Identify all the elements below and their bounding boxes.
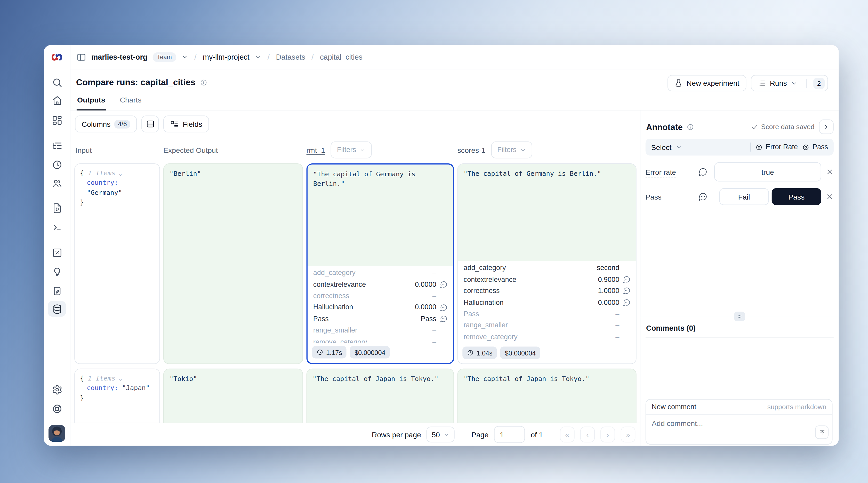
first-page-button[interactable]: « [560,427,575,443]
tab-outputs[interactable]: Outputs [76,96,106,111]
comment-bubble-icon[interactable] [623,287,630,295]
score-select-dropdown[interactable]: Select [651,143,682,151]
clear-score-x-icon[interactable] [826,193,834,201]
columns-button[interactable]: Columns 4/6 [75,116,137,132]
datasets-database-icon[interactable] [48,301,66,317]
input-cell[interactable]: { 1 Items ⌄ country: "Germany" } [74,163,160,364]
run1-output-cell-selected[interactable]: "The capital of Germany is Berlin." add_… [307,163,454,364]
langfuse-logo [48,49,66,65]
breadcrumb-project[interactable]: my-llm-project [203,53,249,61]
fail-button[interactable]: Fail [719,188,769,205]
new-experiment-button[interactable]: New experiment [667,75,746,91]
comment-bubble-icon[interactable] [440,315,447,323]
prompts-file-icon[interactable] [48,200,66,216]
run2-filters-button[interactable]: Filters [491,142,532,158]
page-title-text: Compare runs: capital_cities [76,77,195,87]
users-icon[interactable] [48,175,66,191]
annotation-queues-icon[interactable] [48,283,66,299]
dashboards-icon[interactable] [48,112,66,128]
comment-bubble-icon[interactable] [623,299,630,306]
expected-output-cell[interactable]: "Tokio" [163,369,303,423]
next-page-button[interactable]: › [600,427,615,443]
json-brace: } [80,394,84,402]
runs-button[interactable]: Runs 2 [751,75,828,91]
lightbulb-icon[interactable] [48,264,66,279]
run2-output-text: "The capital of Germany is Berlin." [458,164,636,261]
expected-output-text: "Berlin" [164,164,302,363]
info-icon[interactable] [200,79,207,86]
tab-charts[interactable]: Charts [119,96,142,111]
submit-comment-button[interactable] [815,425,829,439]
json-items-count[interactable]: 1 Items [88,374,115,382]
pass-button[interactable]: Pass [772,188,821,205]
comment-bubble-icon[interactable] [699,192,708,201]
breadcrumb-separator: / [268,52,270,61]
comment-input[interactable] [646,415,832,443]
pagination-bar: Rows per page 50 Page of 1 « ‹ › » [70,423,640,446]
runs-chevron-down-icon [791,80,798,87]
run2-output-cell[interactable]: "The capital of Germany is Berlin." add_… [458,163,637,364]
filters-label: Filters [337,146,356,154]
error-rate-label: Error rate [646,168,676,178]
score-row: add_categorysecond [458,262,636,274]
sessions-clock-icon[interactable] [48,157,66,173]
rows-per-page-select[interactable]: 50 [427,427,455,443]
previous-page-button[interactable]: ‹ [580,427,595,443]
run2-output-cell[interactable]: "The capital of Japan is Tokyo." [458,369,637,423]
runs-count-badge: 2 [813,78,825,89]
org-chevron-down-icon[interactable] [181,54,188,60]
cost-badge[interactable]: $0.000004 [350,346,390,358]
column-header-run2[interactable]: scores-1 [458,146,486,154]
support-lifebuoy-icon[interactable] [48,401,66,416]
settings-gear-icon[interactable] [48,382,66,397]
row-height-button[interactable] [142,116,159,132]
user-avatar[interactable] [49,425,65,442]
divider [750,143,751,152]
column-header-run1[interactable]: rmt_1 [307,146,326,154]
table-header-row: Input Expected Output rmt_1 Filters scor… [74,141,637,159]
pass-label: Pass [646,192,661,201]
table-toolbar: Columns 4/6 Fields [75,116,209,132]
page-title: Compare runs: capital_cities [76,77,207,87]
comment-bubble-icon[interactable] [699,167,708,176]
sidebar-toggle-icon[interactable] [76,52,86,62]
search-icon[interactable] [48,74,66,90]
comments-title: Comments (0) [646,324,695,332]
breadcrumb-org[interactable]: marlies-test-org [91,53,148,61]
columns-count-badge: 4/6 [115,120,130,128]
expected-output-cell[interactable]: "Berlin" [163,163,303,364]
fields-button[interactable]: Fields [163,116,209,132]
home-icon[interactable] [48,92,66,108]
input-cell[interactable]: { 1 Items ⌄ country: "Japan" } [74,369,160,423]
info-icon[interactable] [687,123,694,130]
chip-error-rate[interactable]: Error Rate [755,143,798,151]
run1-filters-button[interactable]: Filters [331,142,372,158]
latency-badge[interactable]: 1.04s [462,347,497,359]
tracing-icon[interactable] [48,138,66,153]
comment-bubble-icon[interactable] [440,304,447,311]
save-status: Score data saved [751,123,814,131]
chip-pass[interactable]: Pass [802,143,828,151]
breadcrumb-current[interactable]: capital_cities [320,53,363,61]
collapse-panel-button[interactable] [819,120,834,134]
breadcrumb-datasets[interactable]: Datasets [276,53,306,61]
evaluators-icon[interactable] [48,244,66,260]
last-page-button[interactable]: » [621,427,636,443]
comment-bubble-icon[interactable] [623,276,630,283]
json-items-count[interactable]: 1 Items [88,169,115,177]
column-header-input: Input [74,146,160,154]
run1-output-cell[interactable]: "The capital of Japan is Tokyo." [307,369,454,423]
page-number-input[interactable] [494,426,525,443]
project-chevron-down-icon[interactable] [255,54,261,60]
annotate-header: Annotate Score data saved [646,118,834,135]
latency-badge[interactable]: 1.17s [312,346,346,358]
playground-terminal-icon[interactable] [48,219,66,235]
resize-grip-handle[interactable] [734,311,745,321]
score-row: correctness– [308,290,453,302]
json-value: "Germany" [87,189,122,197]
comment-bubble-icon[interactable] [440,281,447,288]
score-row: add_category– [308,267,453,279]
error-rate-value-input[interactable] [714,162,821,181]
cost-badge[interactable]: $0.000004 [500,347,540,359]
clear-score-x-icon[interactable] [826,168,834,176]
